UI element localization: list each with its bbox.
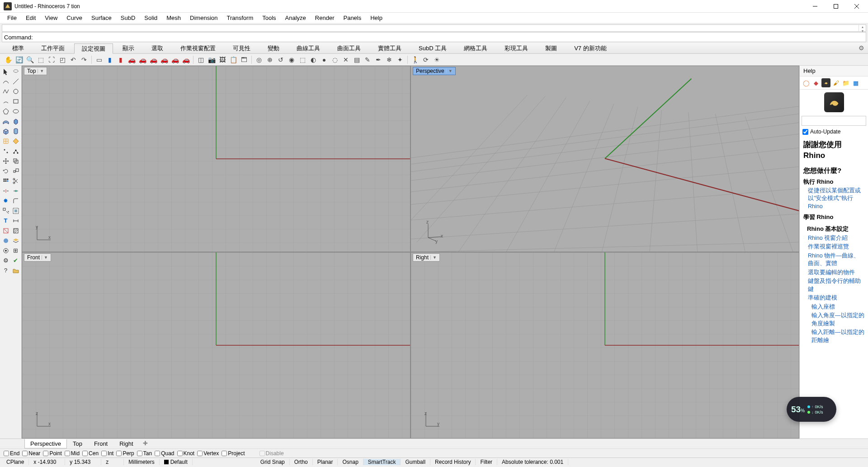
history-scrollbar[interactable]: ▴▾ bbox=[859, 25, 866, 31]
rhino-help-icon[interactable] bbox=[821, 78, 830, 87]
zoom-extents-icon[interactable]: ⛶ bbox=[47, 55, 56, 64]
auto-update-checkbox[interactable]: Auto-Update bbox=[800, 127, 868, 137]
viewport-front-title[interactable]: Front ▼ bbox=[24, 253, 51, 262]
help-link-3[interactable]: 選取要編輯的物件 bbox=[808, 269, 864, 277]
help-link-7[interactable]: 輸入角度—以指定的角度繪製 bbox=[811, 312, 864, 328]
scale-tool[interactable] bbox=[11, 166, 20, 176]
tab-layout[interactable]: 作業視窗配置 bbox=[173, 43, 223, 53]
tab-solidtools[interactable]: 實體工具 bbox=[370, 43, 409, 53]
osnap-vertex[interactable]: Vertex bbox=[197, 450, 219, 457]
bottom-view-icon[interactable]: 🚗 bbox=[138, 55, 147, 64]
vptab-perspective[interactable]: Perspective bbox=[24, 439, 67, 448]
rectangle-tool[interactable] bbox=[11, 96, 20, 106]
menu-panels[interactable]: Panels bbox=[339, 14, 366, 22]
command-input[interactable] bbox=[35, 34, 864, 41]
menu-subd[interactable]: SubD bbox=[116, 14, 140, 22]
sun-icon[interactable]: ☀ bbox=[432, 55, 441, 64]
tab-curvetools[interactable]: 曲線工具 bbox=[289, 43, 328, 53]
help-link-4[interactable]: 鍵盤及指令行的輔助鍵 bbox=[808, 277, 864, 293]
cylinder-tool[interactable] bbox=[11, 126, 20, 136]
move-tool[interactable] bbox=[1, 156, 10, 166]
status-cplane[interactable]: CPlane bbox=[2, 459, 29, 465]
toolbar-options-icon[interactable]: ⚙ bbox=[859, 44, 864, 52]
chevron-down-icon[interactable]: ▼ bbox=[446, 69, 453, 73]
open-tool[interactable] bbox=[11, 266, 20, 275]
artistic-icon[interactable]: ✎ bbox=[363, 55, 372, 64]
tab-display[interactable]: 顯示 bbox=[115, 43, 142, 53]
layers-tool[interactable] bbox=[11, 236, 20, 245]
array-tool[interactable] bbox=[1, 176, 10, 186]
front-view-icon[interactable]: 🚗 bbox=[170, 55, 179, 64]
osnap-knot[interactable]: Knot bbox=[177, 450, 195, 457]
named-view-icon[interactable]: ▮ bbox=[116, 55, 125, 64]
lasso-tool[interactable] bbox=[11, 67, 20, 76]
command-history[interactable]: ▴▾ bbox=[2, 24, 866, 32]
left-view-icon[interactable]: 🚗 bbox=[149, 55, 158, 64]
help-link-8[interactable]: 輸入距離—以指定的距離繪 bbox=[811, 329, 864, 344]
toggle-filter[interactable]: Filter bbox=[476, 459, 497, 465]
chevron-down-icon[interactable]: ▼ bbox=[430, 255, 437, 260]
tab-setview[interactable]: 設定視圖 bbox=[74, 43, 113, 54]
mesh-tool[interactable] bbox=[1, 136, 10, 146]
help-tool[interactable]: ? bbox=[1, 266, 10, 275]
maximize-button[interactable] bbox=[826, 0, 846, 13]
rotate-tool[interactable] bbox=[1, 166, 10, 176]
line-tool[interactable] bbox=[11, 76, 20, 86]
grid-tool[interactable]: ⊞ bbox=[11, 246, 20, 255]
box-tool[interactable] bbox=[1, 126, 10, 136]
help-link-0[interactable]: Rhino 視窗介紹 bbox=[808, 234, 864, 243]
vptab-add-icon[interactable]: ✚ bbox=[139, 439, 151, 448]
rotate-icon[interactable]: 🔄 bbox=[14, 55, 24, 64]
menu-transform[interactable]: Transform bbox=[222, 14, 258, 22]
options-tool[interactable]: ⚙ bbox=[1, 256, 10, 265]
tilt-icon[interactable]: ↺ bbox=[276, 55, 285, 64]
pointedit-tool[interactable] bbox=[11, 146, 20, 156]
wallpaper-icon[interactable]: 🖼 bbox=[218, 55, 227, 64]
close-button[interactable] bbox=[846, 0, 867, 13]
osnap-int[interactable]: Int bbox=[101, 450, 113, 457]
undo-view-icon[interactable]: ↶ bbox=[69, 55, 78, 64]
plan-view-icon[interactable]: ▭ bbox=[94, 55, 104, 64]
menu-dimension[interactable]: Dimension bbox=[185, 14, 222, 22]
raytraced-icon[interactable]: ✦ bbox=[396, 55, 405, 64]
polyline-tool[interactable] bbox=[1, 86, 10, 96]
split-tool[interactable] bbox=[1, 186, 10, 195]
ellipse-tool[interactable] bbox=[11, 106, 20, 116]
viewport-front[interactable]: Front ▼ xz bbox=[22, 253, 410, 438]
osnap-near[interactable]: Near bbox=[22, 450, 40, 457]
tab-subdtools[interactable]: SubD 工具 bbox=[411, 43, 454, 53]
copy-tool[interactable] bbox=[11, 156, 20, 166]
tab-render[interactable]: 彩現工具 bbox=[497, 43, 536, 53]
place-target-icon[interactable]: ⊕ bbox=[265, 55, 274, 64]
analysis-tool[interactable] bbox=[1, 226, 10, 235]
status-tolerance[interactable]: Absolute tolerance: 0.001 bbox=[497, 459, 568, 465]
help-link-5[interactable]: 準確的建模 bbox=[808, 294, 864, 302]
properties-icon[interactable]: ◯ bbox=[802, 78, 811, 87]
explode-tool[interactable]: ✸ bbox=[1, 196, 10, 205]
zoom-icon[interactable]: 🔍 bbox=[25, 55, 34, 64]
toggle-smarttrack[interactable]: SmartTrack bbox=[363, 459, 401, 465]
toggle-gumball[interactable]: Gumball bbox=[401, 459, 430, 465]
osnap-end[interactable]: End bbox=[4, 450, 19, 457]
chevron-down-icon[interactable]: ▼ bbox=[42, 255, 48, 260]
properties-tool[interactable] bbox=[1, 236, 10, 245]
vptab-top[interactable]: Top bbox=[67, 439, 88, 448]
osnap-perp[interactable]: Perp bbox=[116, 450, 134, 457]
check-tool[interactable]: ✔ bbox=[11, 256, 20, 265]
point-tool[interactable] bbox=[1, 146, 10, 156]
curve-tool[interactable] bbox=[1, 76, 10, 86]
display-icon[interactable]: ▦ bbox=[851, 78, 860, 87]
menu-view[interactable]: View bbox=[40, 14, 62, 22]
group-tool[interactable] bbox=[11, 206, 20, 215]
osnap-tan[interactable]: Tan bbox=[137, 450, 152, 457]
performance-widget[interactable]: 53% ↑0K/s ↓0K/s bbox=[787, 397, 836, 422]
libraries-icon[interactable]: 📁 bbox=[841, 78, 850, 87]
vptab-right[interactable]: Right bbox=[113, 439, 139, 448]
perspective-icon[interactable]: ◫ bbox=[196, 55, 205, 64]
pen-icon[interactable]: ✒ bbox=[374, 55, 383, 64]
tab-cplane[interactable]: 工作平面 bbox=[33, 43, 72, 53]
toggle-ortho[interactable]: Ortho bbox=[290, 459, 313, 465]
fillet-tool[interactable] bbox=[11, 196, 20, 205]
toggle-history[interactable]: Record History bbox=[430, 459, 476, 465]
circle-tool[interactable] bbox=[11, 86, 20, 96]
